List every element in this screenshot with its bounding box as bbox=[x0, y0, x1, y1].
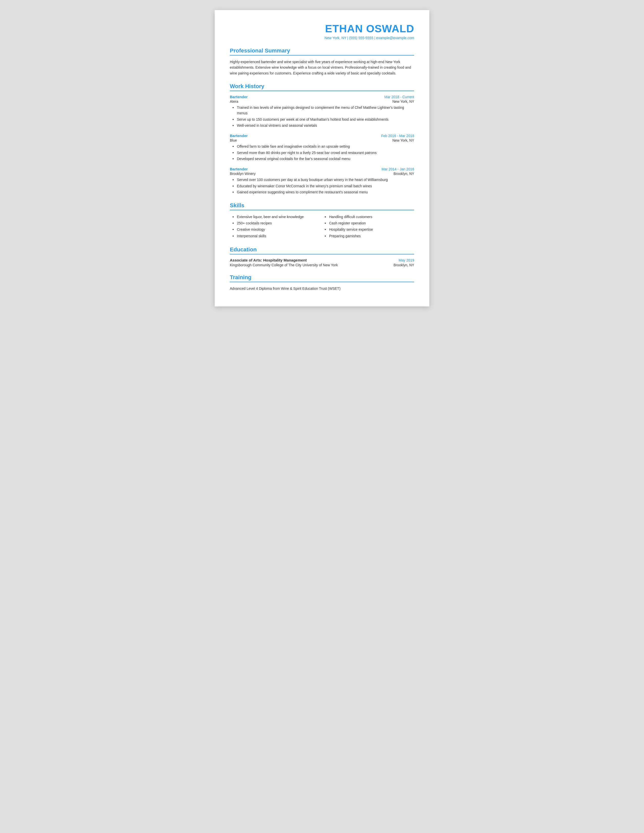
degree-label: Associate of Arts bbox=[230, 258, 261, 262]
job-3-dates: Mar 2014 - Jan 2016 bbox=[382, 167, 414, 171]
work-history-section: Work History Bartender Mar 2018 - Curren… bbox=[230, 83, 414, 195]
skills-grid: Extensive liquor, beer and wine knowledg… bbox=[230, 214, 414, 239]
job-3-bullet-3: Gained experience suggesting wines to co… bbox=[232, 190, 414, 195]
education-school: Kingsborough Community College of The Ci… bbox=[230, 263, 338, 267]
job-3-bullet-2: Educated by winemaker Conor McCormack in… bbox=[232, 183, 414, 189]
job-2-dates: Feb 2016 - Mar 2018 bbox=[381, 134, 414, 138]
job-2-company: Blue bbox=[230, 138, 237, 142]
job-3: Bartender Mar 2014 - Jan 2016 Brooklyn W… bbox=[230, 167, 414, 195]
job-2-title: Bartender bbox=[230, 133, 248, 138]
training-section: Training Advanced Level 4 Diploma from W… bbox=[230, 274, 414, 291]
job-2-bullet-1: Offered farm to table fare and imaginati… bbox=[232, 144, 414, 150]
professional-summary-section: Professional Summary Highly-experienced … bbox=[230, 47, 414, 76]
professional-summary-title: Professional Summary bbox=[230, 47, 414, 56]
skill-2: 250+ cocktails recipes bbox=[232, 220, 322, 227]
job-3-header: Bartender Mar 2014 - Jan 2016 bbox=[230, 167, 414, 171]
job-3-bullet-1: Served over 100 customers per day at a b… bbox=[232, 177, 414, 183]
header: ETHAN OSWALD New York, NY | (555) 555-55… bbox=[230, 23, 414, 40]
job-2-bullet-3: Developed several original cocktails for… bbox=[232, 156, 414, 162]
education-section: Education Associate of Arts: Hospitality… bbox=[230, 246, 414, 267]
job-1-title: Bartender bbox=[230, 95, 248, 99]
job-1-bullet-1: Trained in two levels of wine pairings d… bbox=[232, 105, 414, 116]
job-1-subrow: Atera New York, NY bbox=[230, 100, 414, 103]
job-2-bullets: Offered farm to table fare and imaginati… bbox=[230, 144, 414, 162]
job-1-dates: Mar 2018 - Current bbox=[385, 95, 414, 99]
skills-left-col: Extensive liquor, beer and wine knowledg… bbox=[230, 214, 322, 239]
education-degree: Associate of Arts: Hospitality Managemen… bbox=[230, 258, 307, 262]
training-title: Training bbox=[230, 274, 414, 282]
education-header-row: Associate of Arts: Hospitality Managemen… bbox=[230, 258, 414, 262]
skill-5: Handling difficult customers bbox=[325, 214, 414, 220]
skills-section: Skills Extensive liquor, beer and wine k… bbox=[230, 202, 414, 239]
skill-3: Creative mixology bbox=[232, 227, 322, 233]
job-3-location: Brooklyn, NY bbox=[393, 172, 414, 176]
job-1: Bartender Mar 2018 - Current Atera New Y… bbox=[230, 95, 414, 129]
job-1-location: New York, NY bbox=[393, 100, 414, 103]
job-3-title: Bartender bbox=[230, 167, 248, 171]
summary-text: Highly-experienced bartender and wine sp… bbox=[230, 59, 414, 76]
skill-8: Preparing garnishes bbox=[325, 233, 414, 239]
job-2-bullet-2: Served more than 80 drinks per night to … bbox=[232, 150, 414, 156]
job-2-header: Bartender Feb 2016 - Mar 2018 bbox=[230, 133, 414, 138]
education-location: Brooklyn, NY bbox=[393, 263, 414, 267]
job-1-company: Atera bbox=[230, 100, 238, 103]
job-1-header: Bartender Mar 2018 - Current bbox=[230, 95, 414, 99]
candidate-name: ETHAN OSWALD bbox=[230, 23, 414, 35]
degree-separator: : bbox=[261, 258, 263, 262]
degree-specialty: Hospitality Management bbox=[263, 258, 307, 262]
education-subrow: Kingsborough Community College of The Ci… bbox=[230, 263, 414, 267]
contact-info: New York, NY | (555) 555-5555 | example@… bbox=[230, 36, 414, 40]
training-text: Advanced Level 4 Diploma from Wine & Spi… bbox=[230, 286, 414, 291]
job-3-bullets: Served over 100 customers per day at a b… bbox=[230, 177, 414, 195]
resume-page: ETHAN OSWALD New York, NY | (555) 555-55… bbox=[215, 10, 429, 306]
job-3-company: Brooklyn Winery bbox=[230, 172, 256, 176]
skills-title: Skills bbox=[230, 202, 414, 210]
skill-1: Extensive liquor, beer and wine knowledg… bbox=[232, 214, 322, 220]
education-title: Education bbox=[230, 246, 414, 254]
job-2: Bartender Feb 2016 - Mar 2018 Blue New Y… bbox=[230, 133, 414, 162]
job-1-bullets: Trained in two levels of wine pairings d… bbox=[230, 105, 414, 129]
skills-right-col: Handling difficult customers Cash regist… bbox=[322, 214, 414, 239]
job-1-bullet-3: Well-versed in local vintners and season… bbox=[232, 123, 414, 129]
job-1-bullet-2: Serve up to 150 customers per week at on… bbox=[232, 117, 414, 122]
skill-6: Cash register operation bbox=[325, 220, 414, 227]
job-2-subrow: Blue New York, NY bbox=[230, 138, 414, 142]
job-3-subrow: Brooklyn Winery Brooklyn, NY bbox=[230, 172, 414, 176]
skill-7: Hospitality service expertise bbox=[325, 227, 414, 233]
education-dates: May 2019 bbox=[399, 258, 414, 262]
work-history-title: Work History bbox=[230, 83, 414, 91]
skill-4: Interpersonal skills bbox=[232, 233, 322, 239]
job-2-location: New York, NY bbox=[393, 138, 414, 142]
